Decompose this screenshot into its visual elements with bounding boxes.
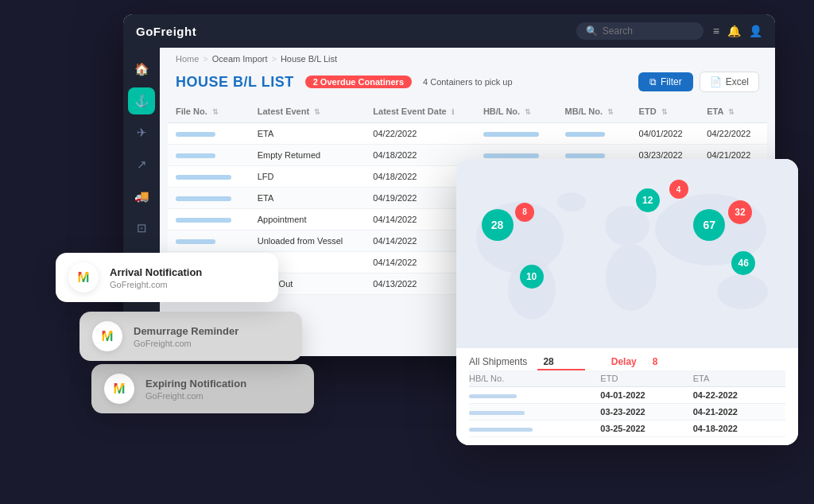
breadcrumb-section[interactable]: Oceam Import (212, 54, 268, 64)
sidebar-item-home[interactable]: 🏠 (128, 56, 155, 83)
demurrage-icon: M (92, 321, 122, 351)
sidebar-item-trucking[interactable]: 🚚 (128, 183, 155, 210)
map-cell-etd: 04-01-2022 (600, 387, 692, 404)
map-cell-hbl (469, 387, 600, 404)
col-eta[interactable]: ETA ⇅ (699, 100, 767, 123)
table-row[interactable]: ETA 04/22/2022 04/01/2022 04/22/2022 (168, 123, 767, 145)
col-etd[interactable]: ETD ⇅ (631, 100, 700, 123)
all-shipments-label[interactable]: All Shipments (469, 356, 527, 367)
svg-point-6 (557, 192, 586, 211)
cell-event: Unloaded from Vessel (250, 231, 366, 252)
cell-mbl (557, 123, 631, 145)
expiring-source: GoFreight.com (145, 391, 246, 401)
map-dot-6[interactable]: 32 (728, 200, 752, 224)
sidebar-item-ocean[interactable]: ⚓ (128, 87, 155, 114)
map-dot-1[interactable]: 8 (515, 203, 534, 222)
map-table-row: 03-25-2022 04-18-2022 (469, 421, 785, 437)
map-dot-5[interactable]: 67 (693, 209, 725, 241)
map-col-etd: ETD (600, 370, 692, 387)
cell-eta: 04/22/2022 (699, 123, 767, 145)
menu-icon[interactable]: ≡ (713, 25, 719, 37)
cell-file-no (168, 209, 250, 231)
header-actions: ⧉ Filter 📄 Excel (638, 72, 759, 92)
filter-label: Filter (661, 76, 682, 87)
gmail-icon-arrival: M (78, 269, 90, 286)
demurrage-source: GoFreight.com (134, 339, 238, 348)
map-dot-4[interactable]: 4 (669, 180, 688, 199)
map-col-eta: ETA (693, 370, 785, 387)
delay-label[interactable]: Delay (611, 356, 637, 367)
breadcrumb-sep2: > (271, 54, 276, 64)
demurrage-title: Demurrage Reminder (134, 325, 238, 337)
cell-etd: 04/01/2022 (631, 123, 700, 145)
map-dot-7[interactable]: 46 (731, 251, 755, 275)
map-bottom: All Shipments 28 Delay 8 HB/L No. ETD ET… (456, 348, 798, 445)
map-area: 28810124673246 (456, 159, 798, 348)
search-icon: 🔍 (586, 25, 598, 37)
map-tabs: All Shipments 28 Delay 8 (469, 356, 785, 367)
sidebar: 🏠 ⚓ ✈ ↗ 🚚 ⊡ ☰ 💼 (123, 48, 160, 356)
cell-event: ETA (250, 123, 366, 145)
bell-icon[interactable]: 🔔 (727, 25, 741, 37)
col-mbl[interactable]: MB/L No. ⇅ (557, 100, 631, 123)
cell-file-no (168, 188, 250, 209)
map-cell-hbl (469, 421, 600, 437)
excel-icon: 📄 (710, 76, 722, 87)
app-header: GoFreight 🔍 ≡ 🔔 👤 (123, 14, 775, 48)
arrival-icon: M (68, 262, 99, 293)
cell-file-no (168, 166, 250, 188)
breadcrumb-home[interactable]: Home (176, 54, 199, 64)
map-table-row: 04-01-2022 04-22-2022 (469, 387, 785, 404)
breadcrumb: Home > Oceam Import > House B/L List (160, 48, 775, 67)
map-cell-eta: 04-22-2022 (693, 387, 785, 404)
arrival-notification[interactable]: M Arrival Notification GoFreight.com (56, 253, 278, 302)
map-dot-3[interactable]: 12 (636, 188, 660, 212)
map-cell-eta: 04-18-2022 (693, 421, 785, 437)
page-header: HOUSE B/L LIST 2 Overdue Conatiners 4 Co… (160, 67, 775, 100)
app-logo: GoFreight (136, 25, 196, 38)
gmail-icon-expiring: M (114, 381, 126, 397)
sidebar-item-warehouse[interactable]: ⊡ (128, 215, 155, 242)
excel-button[interactable]: 📄 Excel (700, 72, 759, 92)
cell-event: LFD (250, 166, 366, 188)
filter-button[interactable]: ⧉ Filter (638, 72, 693, 91)
delay-count: 8 (653, 356, 658, 367)
search-input[interactable] (603, 25, 694, 37)
svg-point-5 (717, 274, 768, 309)
sidebar-item-export[interactable]: ↗ (128, 151, 155, 178)
expiring-notification[interactable]: M Expiring Notification GoFreight.com (91, 364, 314, 413)
cell-event: ETA (250, 188, 366, 209)
demurrage-notification[interactable]: M Demurrage Reminder GoFreight.com (79, 312, 302, 361)
arrival-title: Arrival Notification (110, 266, 202, 278)
header-icons: ≡ 🔔 👤 (713, 25, 762, 37)
map-table-row: 03-23-2022 04-21-2022 (469, 404, 785, 421)
col-latest-event[interactable]: Latest Event ⇅ (250, 100, 366, 123)
map-cell-etd: 03-23-2022 (600, 404, 692, 421)
svg-point-2 (605, 206, 649, 246)
col-file-no[interactable]: File No. ⇅ (168, 100, 250, 123)
sidebar-item-air[interactable]: ✈ (128, 119, 155, 146)
page-title: HOUSE B/L LIST (176, 74, 294, 91)
map-widget: 28810124673246 All Shipments 28 Delay 8 … (456, 159, 798, 445)
cell-event: Empty Returned (250, 145, 366, 166)
col-hbl[interactable]: HB/L No. ⇅ (475, 100, 557, 123)
svg-point-3 (606, 244, 657, 311)
breadcrumb-current: House B/L List (281, 54, 337, 64)
demurrage-text: Demurrage Reminder GoFreight.com (134, 325, 238, 348)
gmail-icon-demurrage: M (102, 328, 114, 345)
search-bar[interactable]: 🔍 (576, 22, 704, 40)
col-latest-event-date[interactable]: Latest Event Date ℹ (365, 100, 475, 123)
breadcrumb-sep1: > (203, 54, 207, 64)
expiring-icon: M (104, 374, 134, 404)
overdue-badge: 2 Overdue Conatiners (305, 76, 412, 88)
cell-event-date: 04/22/2022 (365, 123, 475, 145)
map-cell-etd: 03-25-2022 (600, 421, 692, 437)
cell-file-no (168, 145, 250, 166)
cell-file-no (168, 231, 250, 252)
all-shipments-count: 28 (543, 356, 553, 367)
arrival-text: Arrival Notification GoFreight.com (110, 266, 202, 289)
map-dot-0[interactable]: 28 (482, 209, 514, 241)
map-dot-2[interactable]: 10 (520, 265, 544, 289)
user-icon[interactable]: 👤 (749, 25, 762, 37)
cell-event: Appointment (250, 209, 366, 231)
